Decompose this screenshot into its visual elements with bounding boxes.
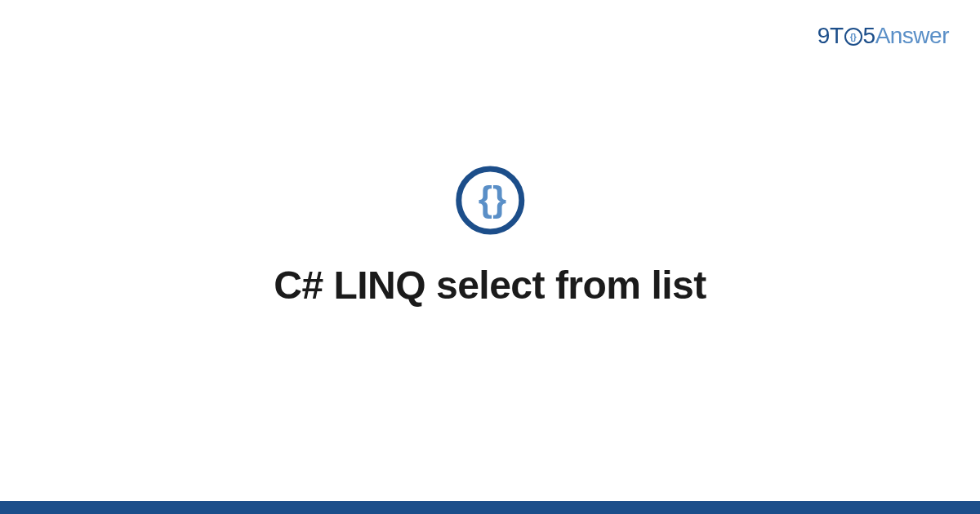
- brand-o-icon: {}: [844, 28, 862, 46]
- footer-accent-bar: [0, 501, 980, 514]
- brand-five: 5: [863, 23, 875, 48]
- brand-t: T: [830, 23, 844, 48]
- brand-answer: Answer: [875, 23, 949, 48]
- brand-nine: 9: [817, 23, 830, 48]
- braces-icon: { }: [479, 180, 501, 216]
- main-content: { } C# LINQ select from list: [274, 166, 706, 307]
- site-brand: 9T{}5Answer: [817, 23, 949, 49]
- question-title: C# LINQ select from list: [274, 262, 706, 307]
- code-category-icon: { }: [456, 166, 524, 234]
- brand-o-braces: {}: [850, 32, 857, 42]
